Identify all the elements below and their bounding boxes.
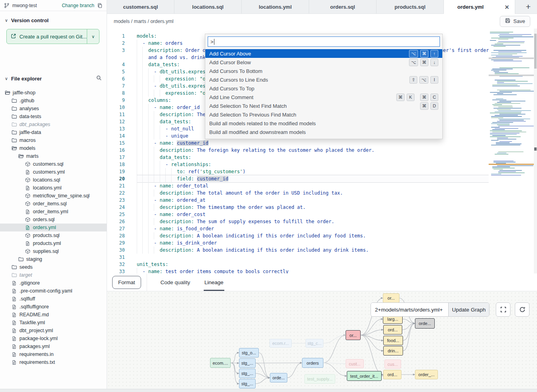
palette-item-add-selection-to-previous-find-match[interactable]: Add Selection To Previous Find Match [205, 110, 442, 119]
tree-file-order_items.sql[interactable]: order_items.sql [0, 200, 107, 208]
tree-file-.sqlfluff[interactable]: .sqlfluff [0, 295, 107, 303]
tree-file-requirements.txt[interactable]: requirements.txt [0, 358, 107, 366]
lineage-node-orde_stg[interactable]: orde... [270, 373, 287, 382]
palette-item-add-line-comment[interactable]: Add Line Comment⌘K⌘C [205, 93, 442, 101]
tree-folder-seeds[interactable]: seeds [0, 263, 107, 271]
palette-item-add-cursor-below[interactable]: Add Cursor Below⌥⌘↓ [205, 58, 442, 67]
lineage-node-ecom_r_f[interactable]: ecom.r... [269, 339, 292, 348]
lineage-node-orde_gray[interactable]: orde... [415, 318, 435, 329]
lineage-node-stg_3[interactable]: stg_... [239, 379, 256, 388]
tree-file-requirements.in[interactable]: requirements.in [0, 350, 107, 358]
tab-orders.yml[interactable]: orders.yml✕ [444, 0, 515, 14]
lineage-node-drin_y[interactable]: drin... [383, 346, 403, 356]
tab-locations.yml[interactable]: locations.yml [242, 0, 309, 13]
tree-folder-jaffle-shop[interactable]: jaffle-shop [0, 89, 107, 97]
palette-item-add-cursors-to-top[interactable]: Add Cursors To Top [205, 84, 442, 93]
lineage-node-or_pink[interactable]: or... [346, 330, 361, 340]
tab-customers.sql[interactable]: customers.sql [107, 0, 174, 13]
lineage-node-orders[interactable]: orders [302, 358, 323, 368]
tree-file-products.sql[interactable]: products.sql [0, 231, 107, 239]
tree-file-package-lock.yml[interactable]: package-lock.yml [0, 335, 107, 342]
palette-item-add-cursors-to-bottom[interactable]: Add Cursors To Bottom [205, 67, 442, 75]
lineage-selector-input[interactable] [371, 303, 448, 316]
main-area: customers.sqllocations.sqllocations.ymlo… [107, 0, 537, 392]
search-icon[interactable] [96, 75, 102, 82]
lineage-node-stg_o[interactable]: stg_o... [239, 348, 259, 358]
file-explorer-header[interactable]: ∨ File explorer [0, 69, 107, 85]
tree-folder-staging[interactable]: staging [0, 255, 107, 263]
tree-file-order_items.yml[interactable]: order_items.yml [0, 208, 107, 216]
update-graph-button[interactable]: Update Graph [448, 303, 489, 316]
pr-dropdown-caret[interactable]: ∨ [87, 29, 99, 44]
lineage-node-test_sup_f[interactable]: test_supply... [304, 374, 335, 384]
tree-item-label: models [19, 145, 35, 151]
lineage-node-stg_c_f[interactable]: stg_c... [306, 339, 323, 348]
panel-tab-lineage[interactable]: Lineage [204, 273, 224, 291]
tree-file-supplies.sql[interactable]: supplies.sql [0, 247, 107, 255]
editor-minimap[interactable] [489, 29, 534, 273]
tree-folder-target[interactable]: target [0, 271, 107, 279]
tree-file-orders.yml[interactable]: orders.yml [0, 224, 107, 231]
format-button[interactable]: Format [112, 276, 141, 289]
fullscreen-button[interactable] [496, 302, 510, 317]
palette-item-add-cursor-above[interactable]: Add Cursor Above⌥⌘↑ [205, 49, 442, 58]
tab-orders.sql[interactable]: orders.sql [309, 0, 376, 13]
tree-folder-macros[interactable]: macros [0, 136, 107, 144]
lineage-node-food_y[interactable]: food... [383, 336, 403, 345]
palette-item-add-selection-to-next-find-match[interactable]: Add Selection To Next Find Match⌘D [205, 101, 442, 110]
refresh-button[interactable] [515, 302, 529, 317]
command-palette-input[interactable]: > [208, 36, 440, 47]
lineage-node-cus_f[interactable]: cus... [384, 359, 401, 369]
lineage-node-stg_1[interactable]: stg_... [239, 358, 256, 368]
tab-locations.sql[interactable]: locations.sql [174, 0, 242, 13]
lineage-node-stg_2[interactable]: stg_... [239, 369, 256, 378]
palette-item-add-cursors-to-line-ends[interactable]: Add Cursors to Line Ends⇧⌥I [205, 75, 442, 84]
panel-tab-code-quality[interactable]: Code quality [160, 273, 191, 291]
horizontal-scrollbar[interactable] [0, 389, 537, 392]
tree-file-orders.sql[interactable]: orders.sql [0, 216, 107, 224]
version-control-header[interactable]: ∨ Version control [0, 11, 107, 26]
lineage-node-ord_y2[interactable]: ord... [383, 370, 401, 379]
tree-folder-marts[interactable]: marts [0, 152, 107, 160]
tree-file-customers.sql[interactable]: customers.sql [0, 160, 107, 168]
tree-file-locations.yml[interactable]: locations.yml [0, 184, 107, 192]
new-tab-button[interactable]: + [520, 0, 537, 13]
editor-vscrollbar-thumb[interactable] [534, 34, 537, 69]
tree-file-.sqlfluffignore[interactable]: .sqlfluffignore [0, 303, 107, 311]
tree-file-Taskfile.yml[interactable]: Taskfile.yml [0, 319, 107, 327]
tree-file-.pre-commit-config.yaml[interactable]: .pre-commit-config.yaml [0, 287, 107, 295]
tree-file-customers.yml[interactable]: customers.yml [0, 168, 107, 176]
tree-file-dbt_project.yml[interactable]: dbt_project.yml [0, 327, 107, 335]
line-number: 21 [107, 182, 125, 189]
tree-folder-jaffle-data[interactable]: jaffle-data [0, 128, 107, 136]
lineage-node-ecom[interactable]: ecom.... [210, 358, 231, 368]
lineage-node-test_order[interactable]: test_order_it... [347, 371, 382, 381]
change-branch-link[interactable]: Change branch [62, 3, 94, 8]
close-icon[interactable]: ✕ [505, 4, 509, 10]
save-button[interactable]: Save [500, 16, 530, 27]
tree-folder-analyses[interactable]: analyses [0, 105, 107, 113]
palette-item-build-all-models-related-to-the-modified-models[interactable]: Build all models related to the modified… [205, 119, 442, 128]
tree-file-packages.yml[interactable]: packages.yml [0, 342, 107, 350]
tree-file-metricflow_time_spine.sql[interactable]: metricflow_time_spine.sql [0, 192, 107, 200]
tree-folder-models[interactable]: models [0, 144, 107, 152]
lineage-node-cust_f[interactable]: cust... [346, 359, 364, 368]
version-control-title: Version control [11, 17, 49, 23]
tree-file-locations.sql[interactable]: locations.sql [0, 176, 107, 184]
lineage-node-ord_y1[interactable]: ord... [383, 325, 402, 335]
tree-folder-data-tests[interactable]: data-tests [0, 113, 107, 120]
lineage-node-or_y_top[interactable]: or... [383, 293, 399, 303]
tree-item-label: Taskfile.yml [19, 320, 45, 325]
tree-file-.gitignore[interactable]: .gitignore [0, 279, 107, 287]
tree-file-README.md[interactable]: README.md [0, 311, 107, 319]
tree-file-products.yml[interactable]: products.yml [0, 239, 107, 247]
palette-item-build-all-modified-and-downstream-models[interactable]: Build all modified and downstream models [205, 128, 442, 136]
create-pr-button[interactable]: Create a pull request on Git... ∨ [6, 29, 99, 44]
editor-vscrollbar[interactable] [534, 29, 537, 273]
code-editor[interactable]: 1234567891011121314151617181920212223242… [107, 29, 537, 273]
lineage-node-order_y[interactable]: order_... [415, 370, 438, 379]
copy-icon[interactable] [97, 3, 103, 8]
tree-folder-dbt_packages[interactable]: dbt_packages [0, 120, 107, 128]
tree-folder-.github[interactable]: .github [0, 97, 107, 105]
tab-products.sql[interactable]: products.sql [376, 0, 444, 13]
